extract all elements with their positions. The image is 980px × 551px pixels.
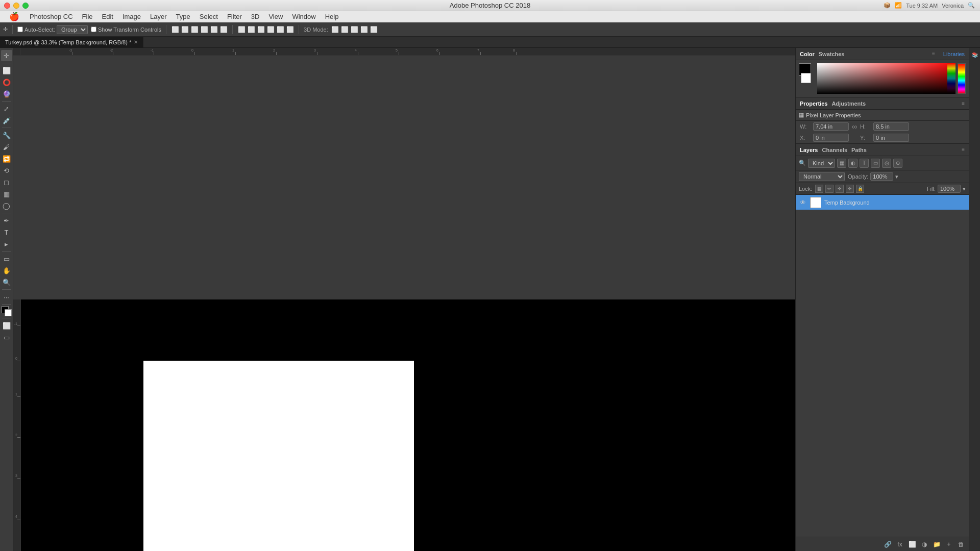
layers-tab[interactable]: Layers: [800, 147, 818, 153]
distrib-right-icon[interactable]: ⬜: [257, 26, 265, 34]
filter-smart-btn[interactable]: ◎: [882, 159, 891, 168]
spectrum-bar[interactable]: [958, 63, 966, 94]
3d-scale-icon[interactable]: ⬜: [370, 26, 378, 34]
background-color[interactable]: [5, 309, 12, 316]
lock-all-btn[interactable]: 🔒: [856, 185, 864, 193]
color-panel-menu[interactable]: ≡: [932, 51, 935, 57]
distrib-top-icon[interactable]: ⬜: [266, 26, 275, 34]
adjustments-tab[interactable]: Adjustments: [831, 101, 866, 107]
x-input[interactable]: [813, 134, 849, 142]
align-right-icon[interactable]: ⬜: [190, 26, 199, 34]
spot-heal-tool[interactable]: 🔧: [1, 130, 12, 141]
opacity-dropdown-icon[interactable]: ▾: [895, 173, 898, 180]
new-group-btn[interactable]: 📁: [932, 540, 941, 549]
filter-shape-btn[interactable]: ▭: [871, 159, 880, 168]
clone-tool[interactable]: 🔁: [1, 153, 12, 164]
fill-input[interactable]: [938, 185, 961, 193]
filter-pixel-btn[interactable]: ▦: [837, 159, 846, 168]
minimize-button[interactable]: [13, 3, 19, 9]
3d-roll-icon[interactable]: ⬜: [341, 26, 349, 34]
eyedropper-tool[interactable]: 💉: [1, 115, 12, 126]
channels-tab[interactable]: Channels: [822, 147, 847, 153]
hue-slider[interactable]: [947, 63, 955, 94]
color-gradient-field[interactable]: [817, 63, 955, 94]
swatches-tab[interactable]: Swatches: [819, 51, 845, 57]
tab-close-button[interactable]: ✕: [134, 39, 138, 45]
align-left-icon[interactable]: ⬜: [171, 26, 179, 34]
menu-help[interactable]: Help: [321, 12, 343, 21]
quick-mask-tool[interactable]: ⬜: [1, 320, 12, 331]
layers-panel-menu[interactable]: ≡: [962, 147, 965, 153]
extra-tools[interactable]: ···: [1, 291, 12, 303]
layer-visibility-toggle[interactable]: 👁: [799, 198, 807, 207]
canvas-area[interactable]: [21, 299, 795, 551]
bg-color-swatch[interactable]: [801, 73, 811, 83]
paths-tab[interactable]: Paths: [851, 147, 867, 153]
marquee-tool[interactable]: ⬜: [1, 65, 12, 76]
layer-item[interactable]: 👁 Temp Background: [796, 195, 969, 210]
filter-toggle-btn[interactable]: ⊙: [893, 159, 902, 168]
history-tool[interactable]: ⟲: [1, 165, 12, 176]
document-tab[interactable]: Turkey.psd @ 33.3% (Temp Background, RGB…: [0, 37, 143, 47]
shape-tool[interactable]: ▭: [1, 253, 12, 264]
menu-type[interactable]: Type: [172, 12, 194, 21]
layer-filter-dropdown[interactable]: Kind: [808, 159, 835, 168]
menu-photoshop[interactable]: Photoshop CC: [26, 12, 77, 21]
3d-slide-icon[interactable]: ⬜: [360, 26, 369, 34]
brush-tool[interactable]: 🖌: [1, 141, 12, 153]
delete-layer-btn[interactable]: 🗑: [957, 540, 966, 549]
menu-window[interactable]: Window: [288, 12, 320, 21]
new-adjustment-btn[interactable]: ◑: [920, 540, 929, 549]
lock-transparent-btn[interactable]: ▦: [815, 185, 823, 193]
color-tab[interactable]: Color: [800, 51, 815, 57]
menu-view[interactable]: View: [264, 12, 287, 21]
distrib-bottom-icon[interactable]: ⬜: [286, 26, 294, 34]
path-select-tool[interactable]: ▸: [1, 238, 12, 249]
close-button[interactable]: [4, 3, 10, 9]
gradient-tool[interactable]: ▦: [1, 188, 12, 199]
hand-tool[interactable]: ✋: [1, 265, 12, 276]
move-tool[interactable]: ✛: [1, 50, 12, 61]
align-top-icon[interactable]: ⬜: [200, 26, 208, 34]
lock-artboard-btn[interactable]: ✛: [836, 185, 844, 193]
lasso-tool[interactable]: ⭕: [1, 77, 12, 88]
pen-tool[interactable]: ✒: [1, 215, 12, 226]
align-bottom-icon[interactable]: ⬜: [219, 26, 228, 34]
fill-dropdown-icon[interactable]: ▾: [963, 186, 966, 192]
align-middle-icon[interactable]: ⬜: [210, 26, 218, 34]
maximize-button[interactable]: [22, 3, 29, 9]
color-picker[interactable]: [2, 306, 12, 316]
distrib-h-icon[interactable]: ⬜: [247, 26, 255, 34]
filter-text-btn[interactable]: T: [860, 159, 869, 168]
crop-tool[interactable]: ⤢: [1, 103, 12, 114]
eraser-tool[interactable]: ◻: [1, 177, 12, 188]
lock-position-btn[interactable]: ✛: [846, 185, 854, 193]
align-center-h-icon[interactable]: ⬜: [181, 26, 189, 34]
menu-select[interactable]: Select: [195, 12, 222, 21]
menu-3d[interactable]: 3D: [247, 12, 264, 21]
h-input[interactable]: [873, 122, 909, 131]
quick-select-tool[interactable]: 🔮: [1, 88, 12, 99]
menu-file[interactable]: File: [78, 12, 97, 21]
add-mask-btn[interactable]: ⬜: [908, 540, 917, 549]
filter-adj-btn[interactable]: ◐: [848, 159, 857, 168]
properties-tab[interactable]: Properties: [800, 101, 827, 107]
link-icon[interactable]: ∞: [852, 122, 857, 131]
auto-select-checkbox[interactable]: [17, 27, 23, 32]
new-layer-btn[interactable]: +: [944, 540, 953, 549]
menu-image[interactable]: Image: [118, 12, 145, 21]
color-spectrum[interactable]: [817, 63, 955, 94]
dodge-tool[interactable]: ◯: [1, 200, 12, 211]
document-canvas[interactable]: [143, 361, 414, 551]
menu-layer[interactable]: Layer: [146, 12, 171, 21]
link-layers-btn[interactable]: 🔗: [883, 540, 892, 549]
apple-menu[interactable]: 🍎: [4, 12, 24, 21]
properties-panel-menu[interactable]: ≡: [962, 101, 965, 106]
zoom-tool[interactable]: 🔍: [1, 277, 12, 288]
lock-paint-btn[interactable]: ✏: [825, 185, 834, 193]
libraries-button[interactable]: Libraries: [943, 51, 965, 57]
w-input[interactable]: [813, 122, 849, 131]
transform-checkbox[interactable]: [91, 27, 96, 32]
blend-mode-dropdown[interactable]: Normal: [799, 172, 845, 181]
search-icon[interactable]: 🔍: [968, 2, 975, 9]
